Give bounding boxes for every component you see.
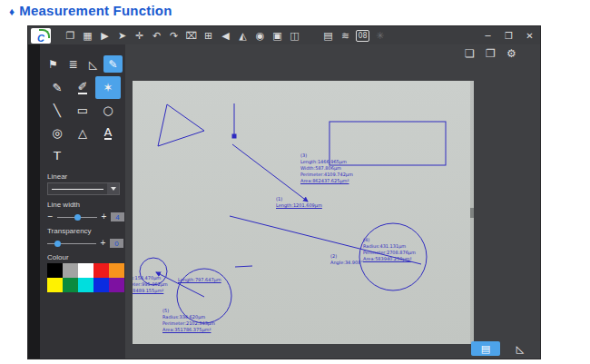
marker-tool-icon[interactable]: ✐ [70, 76, 95, 99]
annotation-shapes [133, 81, 474, 344]
toolbar-main: ❐▦▶➤✛↶↷⌧⊞◀◭◉▣◫ [64, 29, 301, 43]
image-view-button[interactable]: ▤ [471, 341, 500, 356]
canvas-scrollbar-thumb[interactable] [470, 208, 474, 218]
transparency-slider-thumb[interactable] [54, 241, 61, 247]
measure-line-1 [232, 144, 308, 202]
annotation-3[interactable]: (3)Length:1466.965μmWidth:587.806μmPerim… [300, 152, 353, 184]
colour-swatch-1[interactable] [63, 263, 78, 278]
delete-trash-icon[interactable]: ⌧ [184, 29, 198, 43]
play-icon[interactable]: ▶ [98, 29, 112, 43]
line-width-value[interactable]: 4 [111, 212, 124, 221]
save-icon[interactable]: ▦ [81, 29, 94, 43]
text-tool-icon[interactable]: T [44, 144, 70, 167]
line-width-plus-button[interactable]: + [101, 213, 107, 221]
tab-adjustments[interactable]: ≣ [64, 55, 83, 73]
sidebar-tabs: ⚑≣◺✎ [44, 55, 125, 73]
settings-gear-icon[interactable]: ⚙ [505, 46, 518, 60]
crosshair-disabled-icon: ✳ [373, 29, 387, 43]
font-color-tool-icon[interactable]: A [95, 122, 121, 144]
app-window: C ❐▦▶➤✛↶↷⌧⊞◀◭◉▣◫ ▤≋08✳ ─❒✕ ❏❐⚙ ⚑≣◺✎ ✎✐✶╲… [27, 25, 541, 359]
quick-access-bar: ❏❐⚙ [463, 46, 518, 60]
donut-tool-icon[interactable]: ◎ [44, 122, 70, 144]
line-endpoint-dot [232, 134, 236, 138]
window-controls: ─❒✕ [481, 26, 536, 44]
linear-label: Linear [47, 172, 125, 181]
tool-sidebar: ⚑≣◺✎ ✎✐✶╲▭○◎△AT Linear Line width − + 4 … [40, 44, 125, 359]
transparency-slider-row: + 0 [47, 239, 125, 248]
close-button[interactable]: ✕ [523, 29, 536, 43]
undo-icon[interactable]: ↶ [150, 29, 163, 43]
triangle-tool-icon[interactable]: △ [70, 122, 95, 144]
camera-capture-icon[interactable]: ◉ [253, 29, 267, 43]
minimize-button[interactable]: ─ [481, 29, 495, 43]
video-record-icon[interactable]: ◫ [288, 29, 301, 43]
colour-swatch-9[interactable] [109, 278, 124, 292]
annotation-2[interactable]: (2)Angle:34.908° [330, 253, 363, 266]
measurement-canvas[interactable]: (3)Length:1466.965μmWidth:587.806μmPerim… [133, 81, 474, 344]
transparency-slider[interactable] [47, 243, 96, 244]
sidebar-edge [28, 44, 40, 359]
annotation-4[interactable]: (4)Radius:431.131μmPerimeter:2708.876μmA… [363, 237, 416, 262]
pan-hand-icon[interactable]: ✛ [133, 29, 146, 43]
triangle-shape [158, 104, 204, 146]
colour-label: Colour [47, 253, 125, 261]
colour-swatch-6[interactable] [63, 278, 78, 292]
colour-swatch-2[interactable] [78, 263, 93, 278]
transparency-value[interactable]: 0 [110, 239, 123, 248]
chevron-down-icon [111, 187, 116, 191]
colour-swatch-3[interactable] [93, 263, 109, 278]
angle-baseline-2 [235, 266, 252, 267]
open-folder-icon[interactable]: ❐ [64, 29, 77, 43]
layers-icon[interactable]: ≋ [339, 29, 352, 43]
bottom-view-bar: ▤◺ [471, 341, 535, 356]
snapshot-frame-icon[interactable]: ▣ [270, 29, 284, 43]
line-width-minus-button[interactable]: − [47, 213, 54, 221]
dropdown-button[interactable] [107, 183, 119, 194]
line-tool-icon[interactable]: ╲ [44, 99, 70, 122]
drawing-tool-grid: ✎✐✶╲▭○◎△AT [44, 76, 125, 167]
colour-swatch-7[interactable] [78, 278, 93, 292]
tab-draw[interactable]: ✎ [103, 55, 123, 73]
flip-horizontal-icon[interactable]: ◀ [219, 29, 232, 43]
frame-counter-icon[interactable]: 08 [356, 30, 369, 42]
app-logo: C [31, 28, 51, 44]
line-width-slider-row: − + 4 [47, 212, 125, 221]
annotation-6[interactable]: (6)Radius:158.470μmPerimeter:995.962μmAr… [133, 269, 168, 294]
colour-swatch-5[interactable] [47, 278, 63, 292]
mirror-icon[interactable]: ◭ [236, 29, 250, 43]
import-folder-button[interactable]: ❐ [484, 46, 497, 60]
tab-measure[interactable]: ◺ [84, 55, 103, 73]
page-title-text: Measurement Function [19, 3, 172, 18]
annotation-7[interactable]: Length:797.647μm [178, 277, 221, 283]
transparency-label: Transparency [47, 227, 125, 235]
tab-annotation-flag[interactable]: ⚑ [44, 55, 63, 73]
transparency-plus-button[interactable]: + [100, 240, 106, 247]
colour-palette [47, 263, 124, 292]
colour-swatch-4[interactable] [109, 263, 124, 278]
grid-icon[interactable]: ⊞ [202, 29, 215, 43]
window-titlebar: C ❐▦▶➤✛↶↷⌧⊞◀◭◉▣◫ ▤≋08✳ ─❒✕ [28, 26, 540, 44]
maximize-button[interactable]: ❒ [502, 29, 516, 43]
magic-wand-tool-icon[interactable]: ✶ [95, 76, 121, 99]
diamond-bullet-icon: ♦ [9, 5, 15, 18]
annotation-1[interactable]: (1)Length:1201.609μm [276, 196, 322, 209]
line-width-slider[interactable] [57, 217, 97, 218]
line-style-dropdown[interactable] [47, 182, 120, 195]
annotation-5[interactable]: (5)Radius:334.620μmPerimeter:2102.343μmA… [162, 308, 215, 333]
measure-view-button[interactable]: ◺ [506, 341, 535, 356]
colour-swatch-0[interactable] [47, 263, 63, 278]
rectangle-tool-icon[interactable]: ▭ [70, 99, 95, 122]
canvas-scrollbar[interactable] [470, 81, 474, 344]
toolbar-secondary: ▤≋08✳ [321, 29, 387, 43]
line-width-label: Line width [47, 201, 125, 209]
colour-swatch-8[interactable] [93, 278, 109, 292]
ellipse-tool-icon[interactable]: ○ [95, 99, 121, 122]
line-width-slider-thumb[interactable] [74, 214, 81, 221]
logo-signal-arc-icon [39, 29, 50, 38]
export-folder-button[interactable]: ❏ [463, 46, 477, 60]
redo-icon[interactable]: ↷ [167, 29, 181, 43]
pencil-tool-icon[interactable]: ✎ [44, 76, 70, 99]
select-cursor-icon[interactable]: ➤ [115, 29, 129, 43]
line-style-preview [52, 189, 103, 190]
image-gallery-icon[interactable]: ▤ [321, 29, 335, 43]
